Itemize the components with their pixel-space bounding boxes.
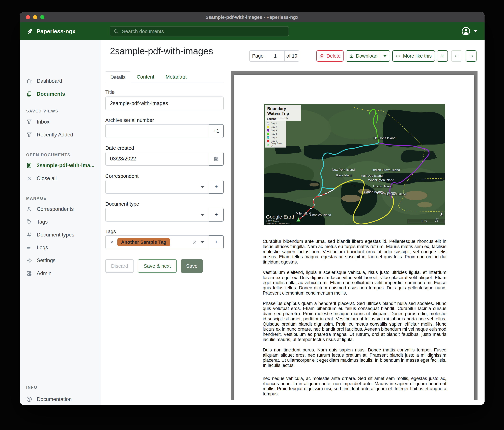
arrow-right-icon [469, 54, 474, 59]
date-created-label: Date created [105, 145, 134, 151]
google-earth-logo: Google Earth [266, 214, 296, 220]
sidebar-item-logs[interactable]: Logs [20, 243, 101, 252]
date-picker-button[interactable] [209, 152, 224, 166]
gear-icon [26, 257, 32, 263]
correspondent-label: Correspondent [105, 173, 138, 179]
pdf-paragraph: Duis non tincidunt purus. Nam quis sapie… [263, 347, 446, 368]
map-island-label: Gary Island [336, 174, 352, 177]
sidebar-item-recently-added[interactable]: Recently Added [20, 130, 101, 140]
map-island-label: Washington Island [368, 178, 394, 182]
sidebar-item-inbox[interactable]: Inbox [20, 117, 101, 127]
user-menu[interactable] [461, 26, 477, 36]
page-total-label: of 10 [285, 51, 299, 61]
date-created-input[interactable] [110, 156, 205, 162]
chevron-down-icon [200, 241, 204, 243]
sidebar-item-correspondents[interactable]: Correspondents [20, 204, 101, 214]
asn-label: Archive serial number [105, 117, 154, 123]
pdf-body-text: Curabitur bibendum ante urna, sed blandi… [263, 239, 446, 400]
legend-swatch [267, 136, 269, 139]
save-next-button[interactable]: Save & next [138, 259, 177, 273]
sidebar-item-document-types[interactable]: Document types [20, 230, 101, 240]
sidebar-item-label: Dashboard [37, 78, 62, 84]
map-figure: Boundary Waters Trip Six days in BWCA Le… [264, 104, 445, 225]
asn-increment-button[interactable]: +1 [209, 124, 224, 138]
tab-label: Content [137, 74, 154, 80]
sidebar-section-info: INFO [26, 385, 37, 390]
traffic-lights[interactable] [26, 15, 45, 19]
add-document-type-button[interactable]: + [209, 208, 224, 222]
chevron-down-icon [383, 55, 387, 57]
tab-details[interactable]: Details [105, 71, 131, 83]
more-like-this-label: More like this [403, 53, 432, 59]
legend-item: Day 5 [267, 136, 284, 139]
sidebar-item-documents[interactable]: Documents [20, 89, 101, 99]
legend-swatch [267, 126, 269, 128]
page-number-input[interactable] [266, 51, 285, 61]
download-button[interactable]: Download [346, 51, 380, 61]
zoom-window-button[interactable] [40, 15, 45, 19]
sidebar-item-label: Correspondents [37, 206, 74, 212]
sidebar-item-label: Tags [37, 219, 48, 225]
map-island-label: Lincoln Island [373, 185, 393, 188]
tab-content[interactable]: Content [135, 71, 156, 82]
download-options-button[interactable] [380, 51, 390, 61]
save-button[interactable]: Save [181, 259, 203, 273]
sidebar-item-admin[interactable]: Admin [20, 269, 101, 278]
next-document-button[interactable] [466, 50, 477, 62]
sidebar-item-settings[interactable]: Settings [20, 256, 101, 265]
legend-item: Day 4 [267, 132, 284, 136]
map-island-label: Squirrel Island [386, 192, 406, 196]
search-input[interactable] [122, 28, 286, 34]
discard-button[interactable]: Discard [105, 259, 134, 273]
correspondent-select[interactable] [105, 180, 209, 194]
sidebar-item-close-all[interactable]: Close all [20, 174, 101, 183]
previous-document-button[interactable] [451, 50, 462, 62]
map-island-label: New York Island [332, 168, 355, 171]
sidebar-item-label: Inbox [37, 119, 49, 125]
sidebar-item-documentation[interactable]: Documentation [20, 394, 101, 404]
minimize-window-button[interactable] [33, 15, 37, 19]
download-label: Download [356, 53, 378, 59]
close-document-button[interactable] [437, 50, 448, 62]
legend-swatch [267, 129, 269, 131]
north-indicator: N [435, 217, 438, 223]
tag-pill[interactable]: Another Sample Tag [117, 238, 170, 246]
sidebar-item-dashboard[interactable]: Dashboard [20, 76, 101, 86]
more-like-this-button[interactable]: ••• More like this [392, 50, 435, 62]
sidebar-item-tags[interactable]: Tags [20, 217, 101, 227]
close-window-button[interactable] [26, 15, 30, 19]
map-text-annotation: Text [351, 184, 358, 188]
tab-metadata[interactable]: Metadata [165, 71, 187, 82]
search-bar[interactable] [110, 26, 289, 37]
person-icon [26, 206, 32, 212]
add-tag-button[interactable]: + [209, 235, 224, 249]
app-window: 2sample-pdf-with-images - Paperless-ngx … [20, 12, 485, 405]
legend-entry-point-icon [267, 143, 269, 146]
search-icon [113, 28, 119, 34]
download-icon [349, 54, 354, 59]
sidebar-item-label: Document types [37, 232, 74, 238]
add-correspondent-button[interactable]: + [209, 180, 224, 194]
file-text-icon [26, 162, 32, 168]
delete-label: Delete [327, 53, 341, 59]
asn-field[interactable] [105, 124, 209, 138]
clear-tags-icon[interactable] [192, 240, 197, 245]
date-created-field[interactable] [105, 152, 209, 166]
title-input[interactable] [110, 100, 219, 107]
sidebar-item-label: Admin [37, 270, 52, 276]
tags-field[interactable]: Another Sample Tag [105, 235, 209, 249]
map-island-label: Hausons Island [374, 136, 396, 140]
map-copyright: Image © 2017 DigitalGlobe [266, 223, 290, 225]
sidebar-item-open-document[interactable]: 2sample-pdf-with-ima... [20, 161, 101, 170]
delete-button[interactable]: Delete [316, 50, 343, 62]
asn-input[interactable] [110, 128, 205, 134]
sidebar-item-label: 2sample-pdf-with-ima... [37, 162, 94, 168]
title-field[interactable] [105, 96, 224, 110]
page-navigation-group: Page of 10 [249, 50, 299, 62]
brand[interactable]: Paperless-ngx [26, 22, 75, 40]
pdf-preview-pane[interactable]: Boundary Waters Trip Six days in BWCA Le… [231, 71, 477, 400]
sidebar-item-label: Documentation [37, 396, 72, 402]
remove-tag-icon[interactable] [110, 240, 114, 244]
hash-icon [26, 232, 32, 238]
document-type-select[interactable] [105, 208, 209, 222]
